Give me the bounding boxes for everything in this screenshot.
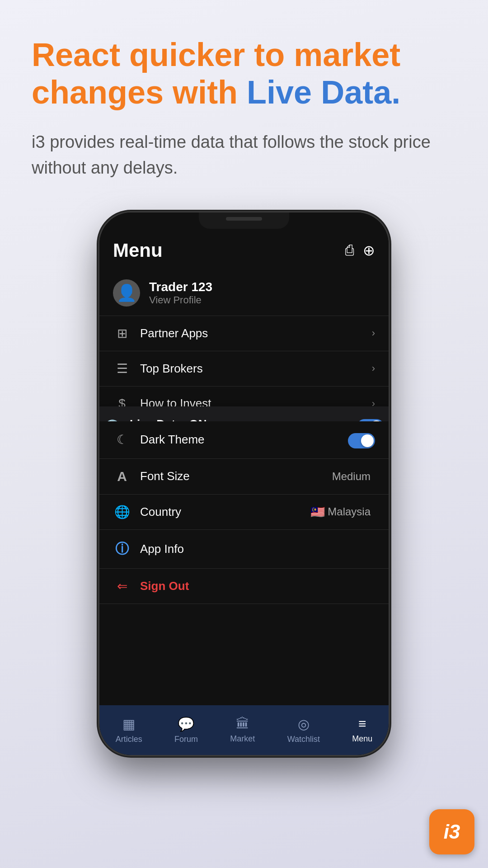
- market-label: Market: [230, 734, 255, 744]
- articles-icon: ▦: [122, 716, 135, 732]
- top-brokers-chevron: ›: [372, 363, 375, 374]
- menu-item-country[interactable]: 🌐 Country 🇲🇾 Malaysia: [99, 495, 389, 530]
- menu-nav-label: Menu: [352, 734, 372, 744]
- app-header: Menu ⎙ ⊕: [99, 235, 389, 270]
- avatar: 👤: [113, 279, 140, 307]
- header-icons: ⎙ ⊕: [345, 242, 375, 259]
- menu-item-partner-apps[interactable]: ⊞ Partner Apps ›: [99, 316, 389, 351]
- app-info-icon: ⓘ: [113, 540, 131, 558]
- search-icon[interactable]: ⊕: [363, 242, 375, 259]
- menu-item-font-size[interactable]: A Font Size Medium: [99, 459, 389, 495]
- headline-part3: Live Data.: [247, 74, 400, 110]
- country-icon: 🌐: [113, 505, 131, 519]
- app-info-label: App Info: [140, 542, 375, 556]
- live-data-clock-icon: 🕐: [104, 419, 121, 421]
- dark-theme-label: Dark Theme: [140, 433, 348, 447]
- profile-info: Trader 123 View Profile: [149, 280, 212, 306]
- headline-part1: React quicker to market: [32, 37, 400, 73]
- font-size-value: Medium: [332, 470, 371, 483]
- country-flag: 🇲🇾: [310, 505, 325, 519]
- top-brokers-label: Top Brokers: [140, 362, 372, 376]
- top-section: React quicker to market changes with Liv…: [0, 0, 488, 199]
- partner-apps-label: Partner Apps: [140, 326, 372, 340]
- menu-scroll-area: ⊞ Partner Apps › ☰ Top Brokers › $ How t…: [99, 316, 389, 421]
- phone-speaker: [226, 217, 262, 221]
- settings-area: ☾ Dark Theme A Font Size Medium 🌐 Countr…: [99, 421, 389, 604]
- partner-apps-icon: ⊞: [113, 326, 131, 341]
- headline-part2-prefix: changes with: [32, 74, 247, 110]
- i3-logo-text: i3: [444, 821, 460, 843]
- phone-device: Menu ⎙ ⊕ 👤 Trader 123 View Profile: [99, 212, 389, 755]
- partner-apps-chevron: ›: [372, 327, 375, 339]
- menu-item-dark-theme[interactable]: ☾ Dark Theme: [99, 421, 389, 459]
- watchlist-icon: ◎: [298, 716, 310, 732]
- nav-item-forum[interactable]: 💬 Forum: [174, 716, 198, 744]
- profile-name: Trader 123: [149, 280, 212, 294]
- watchlist-label: Watchlist: [287, 735, 320, 744]
- sign-out-icon: ⇐: [113, 579, 131, 594]
- dark-theme-icon: ☾: [113, 432, 131, 447]
- market-icon: 🏛: [236, 716, 249, 731]
- dark-theme-toggle[interactable]: [348, 433, 375, 448]
- phone-wrapper: Menu ⎙ ⊕ 👤 Trader 123 View Profile: [0, 212, 488, 782]
- bottom-nav: ▦ Articles 💬 Forum 🏛 Market ◎ Watchlist …: [99, 705, 389, 755]
- nav-item-watchlist[interactable]: ◎ Watchlist: [287, 716, 320, 744]
- font-size-icon: A: [113, 469, 131, 484]
- headline: React quicker to market changes with Liv…: [32, 36, 456, 111]
- i3-logo[interactable]: i3: [429, 809, 474, 854]
- top-brokers-icon: ☰: [113, 361, 131, 376]
- country-value: Malaysia: [328, 505, 371, 518]
- live-data-popup: 🕐 Live Data: ON You're accessing 15 mins…: [99, 406, 389, 421]
- nav-item-market[interactable]: 🏛 Market: [230, 716, 255, 744]
- font-size-label: Font Size: [140, 469, 332, 483]
- articles-label: Articles: [116, 735, 142, 744]
- page-title: Menu: [113, 240, 163, 261]
- country-label: Country: [140, 505, 310, 519]
- live-data-title: Live Data: ON: [130, 417, 348, 421]
- profile-row[interactable]: 👤 Trader 123 View Profile: [99, 270, 389, 316]
- live-data-text: Live Data: ON You're accessing 15 mins d…: [130, 417, 348, 421]
- menu-item-top-brokers[interactable]: ☰ Top Brokers ›: [99, 351, 389, 387]
- subtext: i3 provides real-time data that follows …: [32, 129, 456, 181]
- nav-item-menu[interactable]: ≡ Menu: [352, 716, 372, 744]
- phone-screen: Menu ⎙ ⊕ 👤 Trader 123 View Profile: [99, 212, 389, 755]
- profile-link[interactable]: View Profile: [149, 294, 212, 306]
- menu-item-app-info[interactable]: ⓘ App Info: [99, 530, 389, 569]
- phone-notch: [199, 212, 289, 229]
- forum-label: Forum: [174, 735, 198, 744]
- sign-out-label[interactable]: Sign Out: [140, 579, 375, 593]
- menu-item-sign-out[interactable]: ⇐ Sign Out: [99, 569, 389, 604]
- nav-item-articles[interactable]: ▦ Articles: [116, 716, 142, 744]
- avatar-icon: 👤: [117, 283, 137, 302]
- live-data-toggle[interactable]: [357, 419, 384, 421]
- forum-icon: 💬: [178, 716, 194, 732]
- menu-spacer: [99, 604, 389, 705]
- share-icon[interactable]: ⎙: [345, 242, 354, 259]
- menu-icon: ≡: [358, 716, 366, 731]
